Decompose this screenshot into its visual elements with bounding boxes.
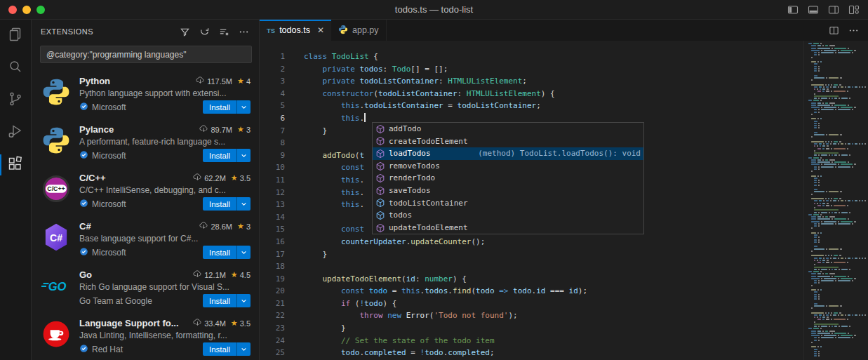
rating-value: 4.5 <box>240 271 251 279</box>
cpp-logo-icon: C/C++ <box>41 174 71 204</box>
suggest-label: removeTodos <box>389 160 440 173</box>
text-cursor <box>364 113 366 122</box>
extensions-sidebar: EXTENSIONS Python117.5M★4Python language… <box>32 20 260 360</box>
install-dropdown-icon[interactable] <box>237 246 251 259</box>
install-label[interactable]: Install <box>203 246 236 259</box>
publisher-name: Microsoft <box>92 248 126 258</box>
tab-todos-ts[interactable]: TS todos.ts ✕ <box>260 20 331 41</box>
extension-row[interactable]: GOGo12.1M★4.5Rich Go language support fo… <box>32 263 259 312</box>
source-control-icon <box>7 91 24 110</box>
suggest-item[interactable]: saveTodos <box>373 185 643 197</box>
downloads-icon <box>193 173 202 183</box>
install-button[interactable]: Install <box>203 342 251 356</box>
line-number: 2 <box>260 63 285 76</box>
activity-search[interactable] <box>0 52 31 84</box>
line-number: 5 <box>260 100 285 112</box>
install-button[interactable]: Install <box>203 197 251 211</box>
extensions-search-input[interactable] <box>40 46 252 63</box>
install-button[interactable]: Install <box>203 100 251 114</box>
activity-explorer[interactable] <box>0 20 31 52</box>
line-number: 3 <box>260 75 285 88</box>
suggest-label: createTodoElement <box>389 135 468 148</box>
install-label[interactable]: Install <box>203 149 236 162</box>
code-line: if (!todo) { <box>304 298 868 310</box>
extension-row[interactable]: C/C++C/C++62.2M★3.5C/C++ IntelliSense, d… <box>32 166 259 215</box>
editor-group: TS todos.ts ✕ app.py 1234567891011121314… <box>260 20 868 360</box>
activity-source-control[interactable] <box>0 84 31 116</box>
close-tab-icon[interactable]: ✕ <box>317 25 324 35</box>
suggest-item[interactable]: loadTodos(method) TodoList.loadTodos(): … <box>373 147 643 160</box>
field-icon <box>375 211 385 220</box>
toggle-primary-sidebar-icon[interactable] <box>787 4 799 15</box>
run-debug-icon <box>7 123 24 142</box>
tab-app-py[interactable]: app.py <box>331 20 387 41</box>
suggest-label: addTodo <box>389 123 421 135</box>
minimap[interactable] <box>803 41 868 360</box>
method-icon <box>375 173 385 183</box>
filter-icon[interactable] <box>180 27 190 37</box>
publisher-name: Microsoft <box>92 199 126 209</box>
activity-extensions[interactable] <box>0 149 31 181</box>
sidebar-title: EXTENSIONS <box>41 27 180 36</box>
rating-value: 3.5 <box>240 319 251 328</box>
suggest-item[interactable]: updateTodoElement <box>373 222 643 234</box>
line-number: 13 <box>260 199 285 211</box>
activity-run-debug[interactable] <box>0 116 31 149</box>
line-number: 7 <box>260 125 285 138</box>
line-number: 19 <box>260 273 285 286</box>
install-label[interactable]: Install <box>203 294 236 307</box>
install-label[interactable]: Install <box>203 197 236 211</box>
line-number: 14 <box>260 211 285 224</box>
install-dropdown-icon[interactable] <box>237 149 251 162</box>
customize-layout-icon[interactable] <box>848 4 860 15</box>
toggle-panel-icon[interactable] <box>808 4 819 15</box>
install-label[interactable]: Install <box>203 342 236 356</box>
install-button[interactable]: Install <box>203 294 251 307</box>
titlebar-layout-controls <box>787 4 860 15</box>
install-dropdown-icon[interactable] <box>237 342 251 356</box>
install-label[interactable]: Install <box>203 100 236 114</box>
code-line: todo.completed = !todo.completed; <box>304 347 868 359</box>
line-number: 21 <box>260 298 285 310</box>
toggle-secondary-sidebar-icon[interactable] <box>828 4 839 15</box>
suggest-item[interactable]: todos <box>373 209 643 222</box>
line-number: 15 <box>260 223 285 236</box>
extension-description: Base language support for C#... <box>79 234 251 244</box>
install-dropdown-icon[interactable] <box>237 197 251 211</box>
python-logo-icon <box>41 126 71 155</box>
svg-text:C/C++: C/C++ <box>47 185 65 192</box>
window-title: todos.ts — todo-list <box>0 4 868 15</box>
vscode-window: todos.ts — todo-list <box>0 0 868 360</box>
python-logo-icon <box>41 77 71 107</box>
publisher-name: Red Hat <box>92 345 123 354</box>
star-icon: ★ <box>237 125 244 134</box>
install-dropdown-icon[interactable] <box>237 100 251 114</box>
code-line: private todoListContainer: HTMLUListElem… <box>304 75 868 88</box>
download-count: 89.7M <box>211 126 232 134</box>
extension-row[interactable]: Pylance89.7M★3A performant, feature-rich… <box>32 118 259 166</box>
suggest-item[interactable]: addTodo <box>373 123 643 135</box>
extension-row[interactable]: Language Support fo...33.4M★3.5Java Lint… <box>32 312 259 360</box>
suggest-item[interactable]: todoListContainer <box>373 197 643 210</box>
install-button[interactable]: Install <box>203 149 251 162</box>
suggest-item[interactable]: renderTodo <box>373 172 643 185</box>
code-editor[interactable]: 1234567891011121314151617181920212223242… <box>260 41 868 360</box>
refresh-icon[interactable] <box>199 27 210 37</box>
line-number: 25 <box>260 347 285 359</box>
extension-row[interactable]: C#C#28.6M★3Base language support for C#.… <box>32 215 259 263</box>
suggest-item[interactable]: removeTodos <box>373 160 643 173</box>
code-line: const todo = this.todos.find(todo => tod… <box>304 285 868 298</box>
more-actions-icon[interactable] <box>239 27 249 37</box>
rating-value: 3 <box>246 126 251 134</box>
clear-filter-icon[interactable] <box>219 27 229 37</box>
line-number: 12 <box>260 187 285 199</box>
extension-row[interactable]: Python117.5M★4Python language support wi… <box>32 69 259 118</box>
install-button[interactable]: Install <box>203 246 251 259</box>
suggest-item[interactable]: createTodoElement <box>373 135 643 148</box>
install-dropdown-icon[interactable] <box>237 294 251 307</box>
suggest-detail: (method) TodoList.loadTodos(): void <box>478 147 641 160</box>
editor-more-actions-icon[interactable] <box>848 25 859 36</box>
line-number: 20 <box>260 285 285 298</box>
rating-value: 4 <box>246 77 251 86</box>
split-editor-icon[interactable] <box>829 25 839 36</box>
